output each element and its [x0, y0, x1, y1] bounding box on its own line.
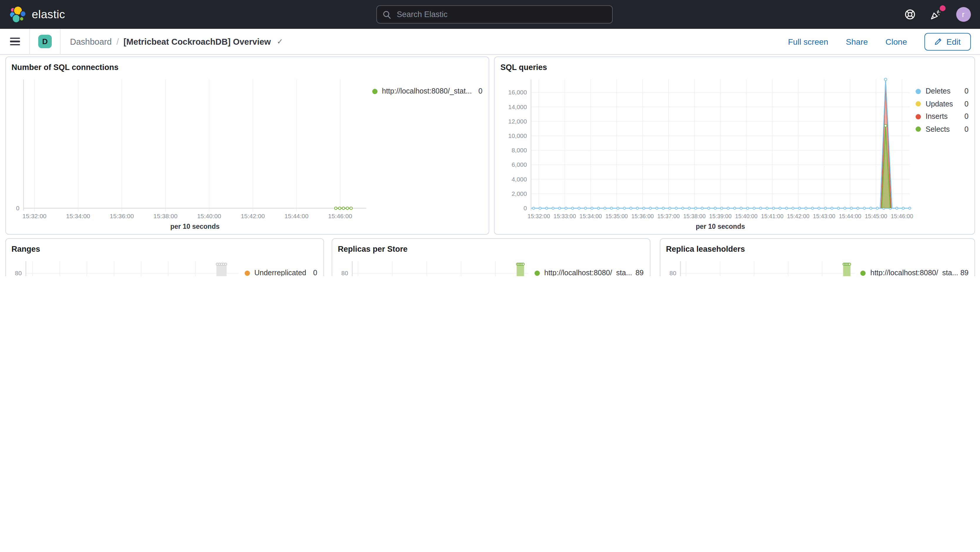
- svg-text:15:34:00: 15:34:00: [66, 212, 90, 219]
- svg-text:80: 80: [15, 269, 21, 276]
- chart-canvas[interactable]: 02,0004,0006,0008,00010,00012,00014,0001…: [495, 72, 916, 234]
- svg-text:15:42:00: 15:42:00: [240, 212, 265, 219]
- breadcrumb: Dashboard / [Metricbeat CockroachDB] Ove…: [70, 37, 283, 46]
- svg-text:15:43:00: 15:43:00: [813, 213, 835, 219]
- svg-text:15:37:00: 15:37:00: [657, 213, 679, 219]
- legend-color-dot: [534, 270, 539, 276]
- notification-dot: [939, 5, 945, 11]
- edit-button-label: Edit: [947, 37, 961, 46]
- chart-svg: 015:32:0015:34:0015:36:0015:38:0015:40:0…: [6, 72, 372, 234]
- panel-replicas-per-store: Replicas per Store 0102030405060708015:3…: [331, 238, 650, 276]
- legend-color-dot: [916, 127, 921, 132]
- global-search[interactable]: [376, 5, 613, 24]
- elastic-logo-text: elastic: [32, 8, 65, 21]
- svg-text:15:36:00: 15:36:00: [110, 212, 134, 219]
- legend-color-dot: [860, 270, 865, 276]
- chart-svg: 0102030405060708015:32:0015:34:0015:36:0…: [6, 254, 244, 276]
- elastic-logo-icon: [9, 6, 27, 23]
- chart-canvas[interactable]: 0102030405060708015:32:0015:35:0015:38:0…: [332, 254, 534, 276]
- space-badge[interactable]: D: [38, 35, 52, 48]
- legend-label: Inserts: [926, 113, 948, 121]
- legend-label: Underreplicated: [255, 269, 306, 276]
- legend-label: Deletes: [926, 87, 951, 95]
- svg-text:15:45:00: 15:45:00: [865, 213, 887, 219]
- svg-text:15:36:00: 15:36:00: [631, 213, 654, 219]
- svg-text:2,000: 2,000: [512, 190, 527, 197]
- help-icon[interactable]: [904, 9, 915, 20]
- clone-button[interactable]: Clone: [886, 37, 907, 46]
- breadcrumb-dashboard[interactable]: Dashboard: [70, 37, 112, 46]
- svg-text:80: 80: [341, 269, 348, 276]
- pencil-icon: [935, 38, 942, 45]
- chart-svg: 0102030405060708015:32:0015:35:0015:38:0…: [660, 254, 861, 276]
- legend-item[interactable]: Inserts0: [916, 110, 974, 123]
- legend-color-dot: [916, 89, 921, 94]
- panel-title: Number of SQL connections: [6, 57, 488, 72]
- chart-canvas[interactable]: 0102030405060708015:32:0015:34:0015:36:0…: [6, 254, 244, 276]
- svg-text:12,000: 12,000: [508, 118, 527, 124]
- chart-svg: 0102030405060708015:32:0015:35:0015:38:0…: [332, 254, 534, 276]
- legend-item[interactable]: Deletes0: [916, 85, 974, 98]
- svg-text:0: 0: [523, 204, 527, 211]
- legend-value: 89: [960, 269, 974, 276]
- elastic-logo[interactable]: elastic: [0, 6, 138, 23]
- toolbar-actions: Full screen Share Clone Edit: [788, 33, 980, 50]
- panel-ranges: Ranges 0102030405060708015:32:0015:34:00…: [5, 238, 324, 276]
- svg-text:per 10 seconds: per 10 seconds: [696, 222, 745, 230]
- svg-text:15:38:00: 15:38:00: [153, 212, 177, 219]
- legend-color-dot: [372, 89, 377, 94]
- legend-label: Updates: [926, 100, 953, 108]
- user-avatar[interactable]: r: [956, 7, 970, 22]
- chart-legend: Deletes0Updates0Inserts0Selects0: [916, 72, 974, 234]
- page-title: [Metricbeat CockroachDB] Overview: [124, 37, 271, 46]
- legend-color-dot: [916, 102, 921, 107]
- title-check-icon[interactable]: ✓: [277, 37, 283, 46]
- legend-item[interactable]: http://localhost:8080/_sta...89: [860, 267, 974, 276]
- svg-text:10,000: 10,000: [508, 132, 527, 139]
- full-screen-button[interactable]: Full screen: [788, 37, 828, 46]
- chart-canvas[interactable]: 0102030405060708015:32:0015:35:0015:38:0…: [660, 254, 860, 276]
- legend-item[interactable]: Updates0: [916, 98, 974, 110]
- panel-title: SQL queries: [495, 57, 974, 72]
- legend-value: 0: [964, 125, 974, 134]
- edit-button[interactable]: Edit: [925, 33, 970, 50]
- legend-item[interactable]: Underreplicated0: [244, 267, 323, 276]
- legend-value: 0: [964, 100, 974, 108]
- legend-label: http://localhost:8080/_sta...: [870, 269, 958, 276]
- svg-text:6,000: 6,000: [512, 161, 527, 168]
- panel-title: Ranges: [6, 239, 323, 254]
- menu-icon[interactable]: [10, 37, 20, 45]
- legend-item[interactable]: Selects0: [916, 123, 974, 135]
- legend-label: http://localhost:8080/_sta...: [544, 269, 632, 276]
- legend-label: http://localhost:8080/_stat...: [382, 87, 472, 95]
- svg-text:per 10 seconds: per 10 seconds: [170, 222, 219, 230]
- share-button[interactable]: Share: [846, 37, 868, 46]
- legend-item[interactable]: http://localhost:8080/_sta...89: [534, 267, 649, 276]
- kibana-dashboard: elastic: [0, 0, 980, 276]
- chart-canvas[interactable]: 015:32:0015:34:0015:36:0015:38:0015:40:0…: [6, 72, 372, 234]
- svg-text:16,000: 16,000: [508, 89, 527, 95]
- chart-legend: http://localhost:8080/_sta...89: [534, 254, 649, 276]
- svg-text:14,000: 14,000: [508, 103, 527, 110]
- svg-text:80: 80: [669, 269, 676, 276]
- news-feed-icon[interactable]: [929, 8, 942, 21]
- svg-text:15:44:00: 15:44:00: [839, 213, 861, 219]
- svg-text:0: 0: [16, 204, 19, 211]
- svg-text:15:32:00: 15:32:00: [22, 212, 46, 219]
- top-header: elastic: [0, 0, 980, 29]
- breadcrumb-toolbar: D Dashboard / [Metricbeat CockroachDB] O…: [0, 29, 980, 55]
- svg-text:15:44:00: 15:44:00: [284, 212, 308, 219]
- search-icon: [383, 10, 391, 19]
- svg-text:15:33:00: 15:33:00: [554, 213, 576, 219]
- svg-text:8,000: 8,000: [512, 146, 527, 153]
- svg-text:15:46:00: 15:46:00: [328, 212, 352, 219]
- divider: [29, 29, 30, 54]
- svg-text:15:32:00: 15:32:00: [528, 213, 550, 219]
- search-input[interactable]: [396, 10, 606, 19]
- header-right-icons: r: [851, 7, 980, 22]
- chart-legend: http://localhost:8080/_stat...0: [372, 72, 488, 234]
- svg-text:15:40:00: 15:40:00: [197, 212, 221, 219]
- legend-label: Selects: [926, 125, 950, 134]
- legend-value: 89: [635, 269, 649, 276]
- legend-item[interactable]: http://localhost:8080/_stat...0: [372, 85, 488, 98]
